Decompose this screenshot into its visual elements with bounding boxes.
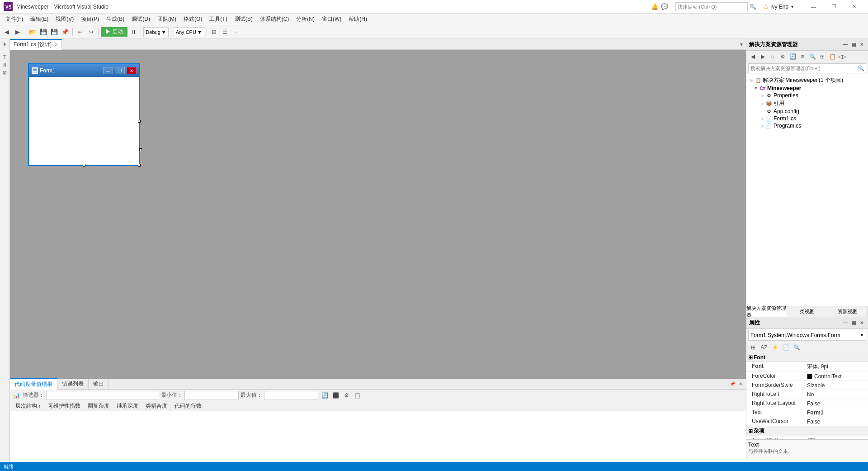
tree-expand-solution[interactable]: ▷ [748,78,755,83]
resize-handle-bottom-mid[interactable] [83,164,85,167]
tab-scroll-button[interactable]: ▾ [737,39,746,50]
toolbar-step-btn[interactable]: ⏸ [128,27,138,37]
max-input[interactable] [264,391,318,400]
se-forward-btn[interactable]: ▶ [758,52,767,61]
tree-item-programcs[interactable]: ▷ 📄 Program.cs [746,122,868,129]
tree-expand-properties[interactable]: ▷ [759,93,765,98]
prop-value-acceptbutton[interactable]: (无) [805,436,868,439]
se-back-btn[interactable]: ◀ [748,52,757,61]
se-close-btn[interactable]: ✕ [858,41,865,48]
menu-test[interactable]: 测试(S) [231,14,256,24]
prop-value-font[interactable]: 宋体, 9pt [805,362,868,371]
tree-expand-refs[interactable]: ▷ [759,101,765,106]
tree-item-solution[interactable]: ▷ 📋 解决方案'Minesweeper'(1 个项目) [746,76,868,85]
prop-value-forecolor[interactable]: ControlText [805,372,868,381]
chat-icon[interactable]: 💬 [661,3,668,10]
se-home-btn[interactable]: ⌂ [768,52,777,61]
minimize-button[interactable]: — [803,0,824,14]
toolbox-item-2[interactable]: 具 [1,56,9,63]
bottom-copy-btn[interactable]: 📋 [353,391,362,400]
menu-arch[interactable]: 体系结构(C) [256,14,293,24]
se-refresh-btn[interactable]: 🔄 [788,52,797,61]
col-depth[interactable]: 继承深度 [113,402,142,410]
toolbar-pin-btn[interactable]: 📌 [60,27,70,37]
toolbox-item-3[interactable]: 箱 [1,64,9,71]
col-cyclomatic[interactable]: 圈复杂度 [84,402,113,410]
se-undock-btn[interactable]: ▣ [850,41,857,48]
menu-file[interactable]: 文件(F) [2,14,27,24]
user-dropdown-icon[interactable]: ▼ [790,5,794,9]
props-proppage-btn[interactable]: 📄 [781,343,791,352]
design-canvas[interactable]: Form1 — ❐ ✕ [10,50,746,378]
toolbar-save-btn[interactable]: 💾 [38,27,48,37]
tree-item-refs[interactable]: ▷ 📦 引用 [746,99,868,108]
resize-handle-bottom-right[interactable] [138,164,141,167]
resize-handle-right-mid[interactable] [138,120,141,123]
props-pin-btn[interactable]: — [842,319,849,327]
tree-item-properties[interactable]: ▷ ⚙ Properties [746,92,868,99]
tree-expand-minesweeper[interactable]: ▼ [753,86,759,90]
props-events-btn[interactable]: ⚡ [770,343,780,352]
resize-handle-right[interactable] [139,148,142,151]
toolbar-forward-btn[interactable]: ▶ [13,27,23,37]
se-tab-class[interactable]: 类视图 [787,306,828,317]
quick-launch-input[interactable] [675,2,748,11]
form-body[interactable] [29,77,139,165]
toolbar-back-btn[interactable]: ◀ [2,27,12,37]
tree-item-minesweeper[interactable]: ▼ C# Minesweeper [746,85,868,92]
toolbar-saveall-btn[interactable]: 💾 [49,27,59,37]
se-pin-btn[interactable]: — [842,41,849,48]
debug-config-dropdown[interactable]: Debug ▼ [143,27,168,37]
props-search-btn[interactable]: 🔍 [792,343,802,352]
toolbar-misc2[interactable]: ☰ [220,27,230,37]
se-code-btn[interactable]: ◁▷ [838,52,847,61]
close-button[interactable]: ✕ [844,0,864,14]
form-minimize-button[interactable]: — [103,67,113,74]
tree-item-form1cs[interactable]: ▷ 📄 Form1.cs [746,115,868,122]
bottom-settings-btn[interactable]: ⚙ [342,391,351,400]
start-button[interactable]: ▶ 启动 [101,27,127,37]
col-hierarchy[interactable]: 层次结构 ↑ [12,402,44,410]
se-collapseall-btn[interactable]: ≡ [798,52,807,61]
se-properties-btn[interactable]: 📋 [828,52,837,61]
bottom-panel-pin-btn[interactable]: 📌 [729,381,736,388]
bottom-panel-close-btn[interactable]: ✕ [737,381,744,388]
prop-value-righttoleft[interactable]: No [805,390,868,399]
toolbar-open-btn[interactable]: 📂 [28,27,38,37]
toolbar-undo-btn[interactable]: ↩ [75,27,85,37]
menu-view[interactable]: 视图(V) [52,14,77,24]
col-lines[interactable]: 代码的行数 [171,402,205,410]
user-name[interactable]: Ivy End [770,4,788,10]
col-coupling[interactable]: 类耦合度 [142,402,171,410]
se-filter-btn[interactable]: 🔍 [808,52,817,61]
col-maintainability[interactable]: 可维护性指数 [44,402,84,410]
menu-window[interactable]: 窗口(W) [318,14,345,24]
prop-value-text[interactable]: Form1 [805,408,868,417]
toolbox-item-pointer[interactable]: 🖰 [1,41,9,48]
restore-button[interactable]: ❐ [824,0,844,14]
form-title-bar[interactable]: Form1 — ❐ ✕ [29,64,139,77]
props-alpha-btn[interactable]: AZ [759,343,769,352]
bottom-export-btn[interactable]: ⬛ [331,391,340,400]
menu-analyze[interactable]: 分析(N) [292,14,318,24]
bottom-refresh-btn[interactable]: 🔄 [320,391,329,400]
min-input[interactable] [184,391,239,400]
bottom-tab-errors[interactable]: 错误列表 [57,379,89,389]
menu-project[interactable]: 项目(P) [77,14,103,24]
form-close-button[interactable]: ✕ [127,67,137,74]
se-tab-resource[interactable]: 资源视图 [827,306,868,317]
se-showall-btn[interactable]: ⊞ [818,52,827,61]
toolbar-redo-btn[interactable]: ↪ [86,27,96,37]
menu-tools[interactable]: 工具(T) [206,14,231,24]
menu-edit[interactable]: 编辑(E) [27,14,52,24]
se-settings-btn[interactable]: ⚙ [778,52,787,61]
props-selector[interactable]: Form1 System.Windows.Forms.Form ▼ [748,330,866,341]
props-selector-arrow[interactable]: ▼ [860,333,864,338]
notification-icon[interactable]: 🔔 [651,3,658,10]
se-search-input[interactable] [749,66,856,71]
prop-value-usewaitcursor[interactable]: False [805,417,868,426]
tree-item-appconfig[interactable]: ⚙ App.config [746,108,868,115]
tree-expand-form1cs[interactable]: ▷ [759,116,765,121]
menu-help[interactable]: 帮助(H) [345,14,371,24]
menu-build[interactable]: 生成(B) [103,14,128,24]
